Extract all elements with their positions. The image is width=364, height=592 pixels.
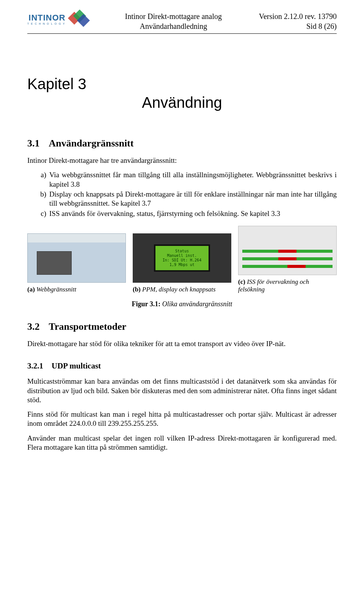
header-right: Version 2.12.0 rev. 13790 Sid 8 (26) xyxy=(259,11,337,31)
logo: INTINOR TECHNOLOGY xyxy=(27,11,88,27)
figure-cell-a: (a) Webbgränssnitt xyxy=(27,233,126,293)
list-marker: a) xyxy=(37,170,46,189)
section-3-1-heading: 3.1Användargränssnitt xyxy=(27,138,337,149)
list-text: ISS används för övervakning, status, fjä… xyxy=(49,209,337,218)
header-product: Intinor Direkt-mottagare analog xyxy=(93,11,254,21)
logo-icon xyxy=(69,11,88,27)
header-doc-title: Användarhandledning xyxy=(93,21,254,31)
list-item: c) ISS används för övervakning, status, … xyxy=(37,209,337,218)
subcaption-label: (a) xyxy=(27,286,35,293)
list-text: Display och knappsats på Direkt-mottagar… xyxy=(49,190,337,208)
chapter-title: Användning xyxy=(27,94,337,111)
header-version: Version 2.12.0 rev. 13790 xyxy=(259,11,337,21)
subcaption-a: (a) Webbgränssnitt xyxy=(27,286,126,293)
section-3-2-para: Direkt-mottagare har stöd för olika tekn… xyxy=(27,339,337,348)
list-item: b) Display och knappsats på Direkt-motta… xyxy=(37,190,337,208)
header-rule xyxy=(27,33,337,34)
header-page-number: Sid 8 (26) xyxy=(259,21,337,31)
subcaption-text: PPM, display och knappsats xyxy=(142,286,216,293)
section-3-2-1-p1: Multicastströmmar kan bara användas om d… xyxy=(27,377,337,405)
subcaption-b: (b) PPM, display och knappsats xyxy=(133,286,231,293)
list-marker: c) xyxy=(37,209,46,218)
screenshot-web-interface xyxy=(27,233,126,283)
lcd-display: Status Manuell inst. In: SDI Ut: H.264 1… xyxy=(154,244,210,272)
lcd-line: Status xyxy=(175,249,189,253)
subcaption-text: ISS för övervakning och felsökning xyxy=(238,278,309,293)
figure-caption-text: Olika användargränssnitt xyxy=(162,300,232,308)
section-number: 3.2 xyxy=(27,321,40,332)
section-3-1-intro: Intinor Direkt-mottagare har tre använda… xyxy=(27,156,337,165)
section-3-2-1-heading: 3.2.1UDP multicast xyxy=(27,361,337,371)
page-header: INTINOR TECHNOLOGY Intinor Direkt-mottag… xyxy=(27,11,337,31)
lcd-line: In: SDI Ut: H.264 xyxy=(163,258,201,262)
section-title: Transportmetoder xyxy=(49,321,127,332)
section-number: 3.2.1 xyxy=(27,361,43,370)
section-3-2-1-p3: Använder man multicast spelar det ingen … xyxy=(27,434,337,452)
lcd-line: Manuell inst. xyxy=(167,253,197,258)
logo-text: INTINOR xyxy=(28,14,65,22)
section-title: Användargränssnitt xyxy=(49,138,134,149)
list-marker: b) xyxy=(37,190,46,208)
section-title: UDP multicast xyxy=(52,361,101,370)
figure-cell-b: Status Manuell inst. In: SDI Ut: H.264 1… xyxy=(133,233,231,293)
section-3-2-1-p2: Finns stöd för multicast kan man i regel… xyxy=(27,410,337,428)
list-text: Via webbgränssnittet får man tillgång ti… xyxy=(49,170,337,189)
figure-cell-c: (c) ISS för övervakning och felsökning xyxy=(238,226,337,293)
header-center: Intinor Direkt-mottagare analog Användar… xyxy=(93,11,254,31)
subcaption-label: (b) xyxy=(133,286,141,293)
section-3-2-heading: 3.2Transportmetoder xyxy=(27,321,337,332)
subcaption-c: (c) ISS för övervakning och felsökning xyxy=(238,278,337,293)
figure-caption-label: Figur 3.1: xyxy=(132,300,160,308)
list-item: a) Via webbgränssnittet får man tillgång… xyxy=(37,170,337,189)
logo-subtext: TECHNOLOGY xyxy=(27,22,67,25)
lcd-line: 1,9 Mbps ut xyxy=(169,263,195,267)
subcaption-text: Webbgränssnitt xyxy=(36,286,76,293)
figure-caption: Figur 3.1: Olika användargränssnitt xyxy=(27,300,337,308)
photo-ppm-display: Status Manuell inst. In: SDI Ut: H.264 1… xyxy=(133,233,231,283)
figure-3-1: (a) Webbgränssnitt Status Manuell inst. … xyxy=(27,226,337,293)
chapter-number: Kapitel 3 xyxy=(27,76,337,93)
section-number: 3.1 xyxy=(27,138,40,149)
subcaption-label: (c) xyxy=(238,278,245,285)
screenshot-iss-monitoring xyxy=(238,226,337,275)
interface-list: a) Via webbgränssnittet får man tillgång… xyxy=(37,170,337,218)
